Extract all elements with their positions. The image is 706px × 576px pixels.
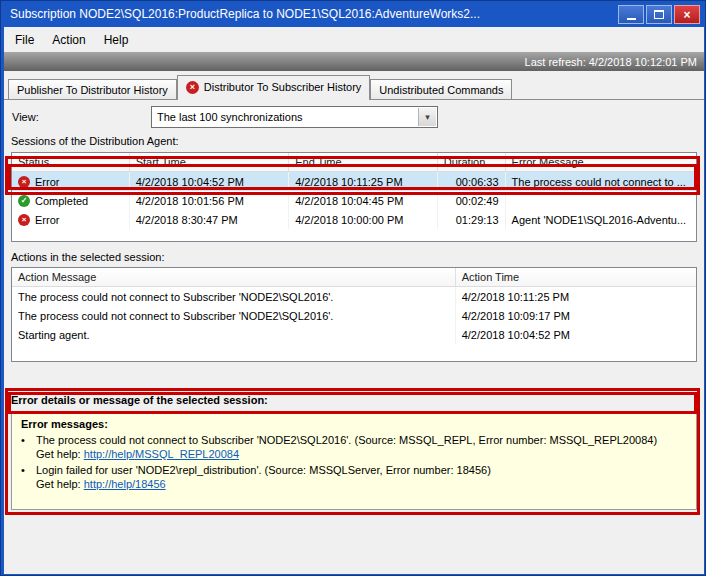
action-time-cell: 4/2/2018 10:04:52 PM <box>456 325 696 344</box>
sessions-table-header: Status Start Time End Time Duration Erro… <box>12 153 696 172</box>
end-time-cell: 4/2/2018 10:04:45 PM <box>289 191 438 210</box>
actions-section-label: Actions in the selected session: <box>11 251 164 263</box>
menu-action[interactable]: Action <box>43 29 94 51</box>
status-cell: × Error <box>12 210 130 229</box>
action-row[interactable]: The process could not connect to Subscri… <box>12 306 696 325</box>
title-bar[interactable]: Subscription NODE2\SQL2016:ProductReplic… <box>1 1 705 27</box>
error-status-icon: × <box>18 176 30 188</box>
start-time-cell: 4/2/2018 10:01:56 PM <box>130 191 290 210</box>
help-link[interactable]: http://help/MSSQL_REPL20084 <box>84 448 239 460</box>
get-help-label: Get help: <box>36 478 81 490</box>
duration-cell: 00:02:49 <box>438 191 506 210</box>
last-refresh-text: Last refresh: 4/2/2018 10:12:01 PM <box>525 56 697 68</box>
end-time-cell: 4/2/2018 10:11:25 PM <box>289 172 438 191</box>
menu-help[interactable]: Help <box>95 29 138 51</box>
menu-bar: File Action Help <box>4 27 704 52</box>
action-row[interactable]: Starting agent. 4/2/2018 10:04:52 PM <box>12 325 696 344</box>
close-icon: × <box>683 8 690 22</box>
tab-label: Undistributed Commands <box>379 84 503 96</box>
error-messages-heading: Error messages: <box>21 417 687 431</box>
session-row[interactable]: × Error 4/2/2018 10:04:52 PM 4/2/2018 10… <box>12 172 696 191</box>
error-status-icon: × <box>18 214 30 226</box>
action-message-cell: The process could not connect to Subscri… <box>12 287 456 306</box>
tab-strip: Publisher To Distributor History × Distr… <box>8 75 512 100</box>
column-header-action-message[interactable]: Action Message <box>12 268 456 286</box>
start-time-cell: 4/2/2018 10:04:52 PM <box>130 172 290 191</box>
error-message-text: The process could not connect to Subscri… <box>36 433 657 447</box>
view-label: View: <box>12 111 39 123</box>
tab-label: Distributor To Subscriber History <box>204 81 362 93</box>
actions-table-header: Action Message Action Time <box>12 268 696 287</box>
sessions-section-label: Sessions of the Distribution Agent: <box>11 135 179 147</box>
end-time-cell: 4/2/2018 10:00:00 PM <box>289 210 438 229</box>
get-help-label: Get help: <box>36 448 81 460</box>
column-header-error-message[interactable]: Error Message <box>506 153 696 171</box>
column-header-duration[interactable]: Duration <box>438 153 506 171</box>
action-time-cell: 4/2/2018 10:11:25 PM <box>456 287 696 306</box>
chevron-down-icon[interactable]: ▾ <box>418 108 436 126</box>
column-header-start-time[interactable]: Start Time <box>130 153 290 171</box>
refresh-status-bar: Last refresh: 4/2/2018 10:12:01 PM <box>4 52 704 71</box>
window-title: Subscription NODE2\SQL2016:ProductReplic… <box>10 7 480 21</box>
error-message-item: The process could not connect to Subscri… <box>21 433 687 461</box>
error-message-cell: The process could not connect to ... <box>506 172 696 191</box>
action-time-cell: 4/2/2018 10:09:17 PM <box>456 306 696 325</box>
view-dropdown-value: The last 100 synchronizations <box>157 111 303 123</box>
error-message-cell <box>506 191 696 210</box>
help-link[interactable]: http://help/18456 <box>84 478 166 490</box>
column-header-action-time[interactable]: Action Time <box>456 268 696 286</box>
minimize-button[interactable] <box>618 5 644 24</box>
error-message-item: Login failed for user 'NODE2\repl_distri… <box>21 463 687 491</box>
client-area: File Action Help Last refresh: 4/2/2018 … <box>4 27 704 574</box>
error-message-cell: Agent 'NODE1\SQL2016-Adventu... <box>506 210 696 229</box>
column-header-end-time[interactable]: End Time <box>289 153 438 171</box>
session-row[interactable]: ✓ Completed 4/2/2018 10:01:56 PM 4/2/201… <box>12 191 696 210</box>
error-icon: × <box>186 81 199 94</box>
session-row[interactable]: × Error 4/2/2018 8:30:47 PM 4/2/2018 10:… <box>12 210 696 229</box>
error-message-text: Login failed for user 'NODE2\repl_distri… <box>36 463 491 477</box>
window-controls: × <box>618 5 700 24</box>
close-button[interactable]: × <box>674 5 700 24</box>
status-cell: × Error <box>12 172 130 191</box>
maximize-icon <box>654 10 664 19</box>
bullet-icon <box>21 433 36 461</box>
view-dropdown[interactable]: The last 100 synchronizations ▾ <box>151 106 438 128</box>
tab-undistributed-commands[interactable]: Undistributed Commands <box>370 79 512 99</box>
action-message-cell: Starting agent. <box>12 325 456 344</box>
duration-cell: 00:06:33 <box>438 172 506 191</box>
tab-label: Publisher To Distributor History <box>17 84 168 96</box>
status-cell: ✓ Completed <box>12 191 130 210</box>
tab-publisher-to-distributor-history[interactable]: Publisher To Distributor History <box>8 79 177 99</box>
sessions-table: Status Start Time End Time Duration Erro… <box>11 152 697 242</box>
actions-table: Action Message Action Time The process c… <box>11 267 697 362</box>
action-row[interactable]: The process could not connect to Subscri… <box>12 287 696 306</box>
subscription-window: Subscription NODE2\SQL2016:ProductReplic… <box>0 0 706 576</box>
error-details-label: Error details or message of the selected… <box>11 394 268 406</box>
error-details-panel: Error messages: The process could not co… <box>11 411 697 510</box>
minimize-icon <box>627 18 636 20</box>
menu-file[interactable]: File <box>6 29 43 51</box>
duration-cell: 01:29:13 <box>438 210 506 229</box>
maximize-button[interactable] <box>646 5 672 24</box>
action-message-cell: The process could not connect to Subscri… <box>12 306 456 325</box>
start-time-cell: 4/2/2018 8:30:47 PM <box>130 210 290 229</box>
tab-distributor-to-subscriber-history[interactable]: × Distributor To Subscriber History <box>177 75 371 100</box>
bullet-icon <box>21 463 36 491</box>
column-header-status[interactable]: Status <box>12 153 130 171</box>
completed-status-icon: ✓ <box>18 195 30 207</box>
